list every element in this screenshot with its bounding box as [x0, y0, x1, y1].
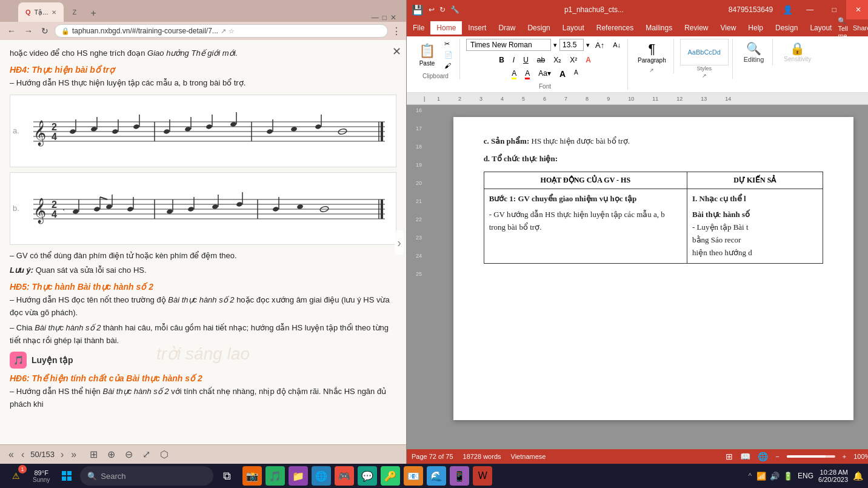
chrome-menu-btn[interactable]: ⋮ — [392, 25, 401, 37]
taskbar-app-7[interactable]: 🔑 — [381, 466, 400, 486]
taskbar-app-6[interactable]: 💬 — [358, 466, 377, 486]
notification-center-icon[interactable]: 🔔 — [853, 471, 863, 481]
taskbar-app-8[interactable]: 📧 — [404, 466, 423, 486]
font-name-dropdown[interactable]: ▾ — [553, 41, 557, 49]
start-btn[interactable] — [56, 465, 78, 487]
pdf-fullscreen-btn[interactable]: ⤢ — [140, 447, 153, 461]
menu-mailings[interactable]: Mailings — [639, 21, 678, 35]
superscript-btn[interactable]: X² — [566, 55, 581, 65]
user-avatar[interactable]: 👤 — [783, 5, 793, 15]
word-page-area[interactable]: c. Sản phẩm: HS thực hiện được bài bổ tr… — [431, 105, 868, 449]
format-painter-btn[interactable]: 🖌 — [441, 61, 456, 70]
redo-btn[interactable]: ↻ — [439, 5, 446, 14]
font-color-btn[interactable]: A — [521, 68, 533, 81]
browser-tab[interactable]: Q Tậ... ✕ — [18, 2, 64, 22]
menu-layout[interactable]: Layout — [556, 21, 590, 35]
menu-references[interactable]: References — [590, 21, 639, 35]
taskbar-word-icon[interactable]: W — [473, 466, 492, 486]
menu-file[interactable]: File — [407, 21, 430, 35]
bang-sao-label: bằng Sáo recor — [692, 234, 818, 247]
minimize-btn[interactable]: — — [372, 13, 379, 22]
share-btn[interactable]: Share — [853, 24, 868, 32]
show-hidden-btn[interactable]: ^ — [748, 472, 752, 480]
svg-rect-68 — [62, 471, 66, 475]
pdf-grid-btn[interactable]: ⊞ — [87, 447, 100, 461]
paragraph-btn[interactable]: ¶ Paragraph — [634, 39, 670, 66]
pdf-last-btn[interactable]: » — [70, 448, 78, 461]
word-page: c. Sản phẩm: HS thực hiện được bài bổ tr… — [453, 117, 853, 420]
bold-btn[interactable]: B — [495, 55, 508, 65]
menu-review[interactable]: Review — [678, 21, 714, 35]
subscript-btn[interactable]: X₂ — [550, 55, 565, 65]
ruler-8: 8 — [586, 96, 589, 102]
grow-font-btn[interactable]: A↑ — [592, 39, 607, 51]
word-minimize-btn[interactable]: — — [798, 0, 822, 19]
change-case-btn[interactable]: Aa▾ — [535, 68, 555, 81]
text-effects-btn[interactable]: A — [582, 55, 595, 65]
taskbar-app-4[interactable]: 🌐 — [312, 466, 331, 486]
shrink-font-btn[interactable]: A↓ — [610, 40, 624, 50]
task-view-btn[interactable]: ⧉ — [216, 465, 238, 487]
taskbar-app-2[interactable]: 🎵 — [265, 466, 285, 486]
strikethrough-btn[interactable]: ab — [533, 55, 549, 65]
read-view-icon[interactable]: 📖 — [740, 452, 750, 461]
paragraph-expand-icon[interactable]: ↗ — [649, 67, 654, 73]
taskbar-app-3[interactable]: 📁 — [289, 466, 308, 486]
address-bar[interactable]: 🔒 taphuan.nxbgd.vn/#/training-course-det… — [55, 24, 388, 38]
menu-help[interactable]: Help — [742, 21, 769, 35]
font-big-a[interactable]: A — [556, 68, 569, 81]
menu-home[interactable]: Home — [430, 21, 462, 35]
web-view-icon[interactable]: 🌐 — [758, 452, 768, 461]
taskbar-search[interactable]: 🔍 Search — [80, 466, 213, 486]
browser-close-btn[interactable]: ✕ — [390, 13, 396, 22]
font-name-input[interactable]: Times New Roman — [466, 39, 551, 51]
pdf-first-btn[interactable]: « — [7, 448, 15, 461]
next-page-btn[interactable]: › — [395, 230, 404, 254]
italic-btn[interactable]: I — [509, 55, 518, 65]
user-id: 84795153649 — [729, 5, 773, 14]
forward-btn[interactable]: → — [22, 25, 35, 37]
pdf-zoom-out-btn[interactable]: ⊖ — [122, 447, 135, 461]
taskbar-app-1[interactable]: 📸 — [242, 466, 262, 486]
text-highlight-btn[interactable]: A — [508, 68, 520, 81]
font-small-a[interactable]: A — [570, 68, 582, 81]
zoom-in-icon[interactable]: + — [843, 453, 846, 460]
undo-btn[interactable]: ↩ — [429, 5, 435, 14]
zoom-slider[interactable] — [787, 455, 835, 458]
customize-btn[interactable]: 🔧 — [450, 5, 459, 14]
taskbar-app-9[interactable]: 🌊 — [427, 466, 446, 486]
tab-close-btn[interactable]: ✕ — [52, 9, 56, 16]
layout-view-icon[interactable]: ⊞ — [726, 452, 733, 461]
font-size-dropdown[interactable]: ▾ — [586, 41, 590, 49]
menu-layout2[interactable]: Layout — [804, 21, 838, 35]
pdf-download-btn[interactable]: ⬡ — [158, 447, 171, 461]
maximize-btn[interactable]: □ — [382, 13, 387, 22]
zoom-out-icon[interactable]: − — [775, 453, 779, 460]
tell-me-box[interactable]: 🔍 Tell me — [838, 17, 848, 39]
taskbar-app-5[interactable]: 🎮 — [335, 466, 354, 486]
address-text: taphuan.nxbgd.vn/#/training-course-detai… — [72, 27, 218, 35]
back-btn[interactable]: ← — [5, 25, 18, 37]
editing-panel[interactable]: 🔍 Editing — [739, 39, 769, 65]
menu-view[interactable]: View — [715, 21, 743, 35]
menu-insert[interactable]: Insert — [462, 21, 492, 35]
menu-draw[interactable]: Draw — [492, 21, 521, 35]
cut-btn[interactable]: ✂ — [441, 39, 456, 49]
pdf-next-btn[interactable]: › — [59, 448, 65, 461]
menu-design[interactable]: Design — [521, 21, 556, 35]
copy-btn[interactable]: 📄 — [441, 50, 456, 60]
underline-btn[interactable]: U — [519, 55, 532, 65]
intro-text: hoặc video để cho HS nghe trích đoạn Gia… — [10, 47, 396, 60]
menu-design2[interactable]: Design — [769, 21, 804, 35]
browser-tab-2[interactable]: Z — [65, 2, 84, 22]
clock-widget[interactable]: 10:28 AM 6/20/2023 — [818, 469, 848, 483]
close-overlay-btn[interactable]: ✕ — [392, 45, 401, 58]
pdf-prev-btn[interactable]: ‹ — [20, 448, 25, 461]
new-tab-btn[interactable]: + — [85, 5, 102, 22]
refresh-btn[interactable]: ↻ — [39, 25, 51, 37]
paste-btn[interactable]: 📋 Paste — [415, 41, 439, 69]
styles-expand-icon[interactable]: ↗ — [702, 73, 707, 79]
pdf-zoom-in-btn[interactable]: ⊕ — [105, 447, 118, 461]
taskbar-app-10[interactable]: 📱 — [450, 466, 469, 486]
font-size-input[interactable]: 13.5 — [559, 39, 584, 51]
